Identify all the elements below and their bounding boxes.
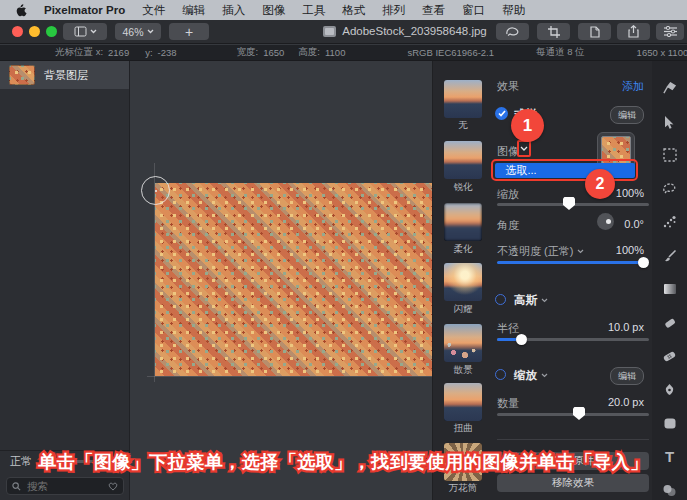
image-dropdown-button[interactable] [517, 140, 531, 157]
remove-effects-button[interactable]: 移除效果 [497, 474, 649, 492]
width-label: 宽度: [237, 46, 259, 59]
add-layer-button[interactable]: + [169, 23, 209, 40]
style-edit-button[interactable]: 编辑 [610, 106, 644, 124]
opacity-label-row[interactable]: 不透明度 (正常) [497, 244, 584, 259]
inspector-divider [497, 439, 649, 440]
menu-item-view[interactable]: 查看 [422, 3, 445, 18]
color-adjust-tool[interactable] [658, 478, 682, 500]
effect-label: 扭曲 [433, 422, 493, 435]
opacity-slider-thumb[interactable] [638, 257, 649, 268]
menu-item-file[interactable]: 文件 [142, 3, 165, 18]
effect-label: 柔化 [433, 243, 493, 256]
effect-thumb-shine[interactable] [444, 263, 482, 301]
chevron-down-icon [147, 29, 154, 34]
chevron-down-icon [541, 298, 548, 303]
amount-slider-thumb[interactable] [573, 407, 585, 420]
gradient-tool[interactable] [658, 277, 682, 301]
menu-item-window[interactable]: 窗口 [462, 3, 485, 18]
style-checkbox[interactable] [495, 107, 508, 120]
shape-tool[interactable] [658, 411, 682, 435]
effect-label: 锐化 [433, 181, 493, 194]
lasso-icon [505, 26, 520, 37]
menu-bar: Pixelmator Pro 文件 编辑 插入 图像 工具 格式 排列 查看 窗… [0, 0, 687, 20]
effect-thumb-distort[interactable] [444, 383, 482, 421]
document-image[interactable] [155, 183, 437, 376]
checkmark-icon [498, 110, 506, 117]
zoom-edit-button[interactable]: 编辑 [610, 367, 644, 385]
menu-item-tools[interactable]: 工具 [302, 3, 325, 18]
angle-label: 角度 [497, 218, 519, 233]
cursor-position-label: 光标位置 x: [55, 46, 103, 59]
export-toolbar-button[interactable] [617, 23, 650, 40]
menu-item-format[interactable]: 格式 [342, 3, 365, 18]
scale-slider-thumb[interactable] [563, 197, 575, 210]
effect-thumb-bokeh[interactable] [444, 324, 482, 362]
zoom-level-value: 46% [122, 26, 143, 38]
sidebar-layout-icon [74, 26, 87, 37]
marquee-select-tool[interactable] [658, 143, 682, 167]
effect-thumb-none[interactable] [444, 80, 482, 118]
minimize-window-button[interactable] [29, 26, 40, 37]
effect-label: 万花筒 [433, 482, 493, 495]
cursor-y-label: y: [145, 47, 152, 58]
chevron-down-icon [541, 373, 548, 378]
layer-search-field[interactable] [6, 477, 124, 495]
angle-value: 0.0° [624, 218, 644, 230]
favorites-heart-icon[interactable] [108, 482, 118, 491]
select-menu-item[interactable]: 选取... [495, 163, 635, 178]
zoom-section-label: 缩放 [514, 368, 537, 383]
brush-cursor [141, 176, 170, 205]
apple-menu-icon[interactable] [14, 3, 27, 18]
close-window-button[interactable] [12, 26, 23, 37]
new-document-toolbar-button[interactable] [578, 23, 611, 40]
menu-item-image[interactable]: 图像 [262, 3, 285, 18]
cursor-icon [663, 115, 676, 129]
crop-toolbar-button[interactable] [537, 23, 570, 40]
radius-value: 10.0 px [608, 321, 644, 333]
retouch-toolbar-button[interactable] [496, 23, 529, 40]
marquee-icon [663, 148, 677, 162]
view-options-button[interactable] [63, 23, 107, 40]
layer-row-background[interactable]: 背景图层 [0, 61, 129, 89]
crop-icon [548, 26, 560, 38]
repair-tool[interactable] [658, 344, 682, 368]
gaussian-section-row[interactable]: 高斯 [514, 293, 548, 308]
app-menu-title[interactable]: Pixelmator Pro [44, 4, 125, 16]
document-title: AdobeStock_203958648.jpg [342, 25, 487, 37]
effect-label: 闪耀 [433, 303, 493, 316]
paint-tool[interactable] [658, 244, 682, 268]
zoom-window-button[interactable] [46, 26, 57, 37]
menu-item-edit[interactable]: 编辑 [182, 3, 205, 18]
width-value: 1650 [263, 47, 284, 58]
select-menu-label: 选取... [506, 163, 537, 178]
eraser-icon [663, 316, 677, 329]
chevron-down-icon [577, 249, 584, 254]
menu-item-insert[interactable]: 插入 [222, 3, 245, 18]
search-input[interactable] [25, 479, 104, 493]
zoom-level-button[interactable]: 46% [115, 23, 161, 40]
radius-label: 半径 [497, 321, 519, 336]
effect-thumb-soften[interactable] [444, 203, 482, 241]
opacity-slider[interactable] [497, 261, 645, 264]
zoom-section-radio[interactable] [495, 369, 506, 380]
menu-item-arrange[interactable]: 排列 [382, 3, 405, 18]
pen-tool[interactable] [658, 378, 682, 402]
effect-thumb-sharpen[interactable] [444, 141, 482, 179]
lasso-select-tool[interactable] [658, 177, 682, 201]
pixelmator-window: Pixelmator Pro 文件 编辑 插入 图像 工具 格式 排列 查看 窗… [0, 0, 687, 500]
add-effect-link[interactable]: 添加 [622, 79, 644, 94]
effect-label: 散景 [433, 364, 493, 377]
retouch-tool[interactable] [658, 76, 682, 100]
quick-select-tool[interactable] [658, 210, 682, 234]
eraser-tool[interactable] [658, 311, 682, 335]
canvas-guide-horizontal [147, 376, 445, 377]
settings-toolbar-button[interactable] [656, 23, 684, 40]
radius-slider-thumb[interactable] [516, 334, 527, 345]
gaussian-radio[interactable] [495, 294, 506, 305]
tutorial-annotation: 单击「图像」下拉菜单，选择「选取」，找到要使用的图像并单击「导入」 [0, 450, 687, 474]
menu-item-help[interactable]: 帮助 [502, 3, 525, 18]
angle-knob[interactable] [597, 213, 614, 230]
arrange-tool[interactable] [658, 110, 682, 134]
zoom-section-row[interactable]: 缩放 [514, 368, 548, 383]
step-2-badge: 2 [585, 169, 615, 199]
